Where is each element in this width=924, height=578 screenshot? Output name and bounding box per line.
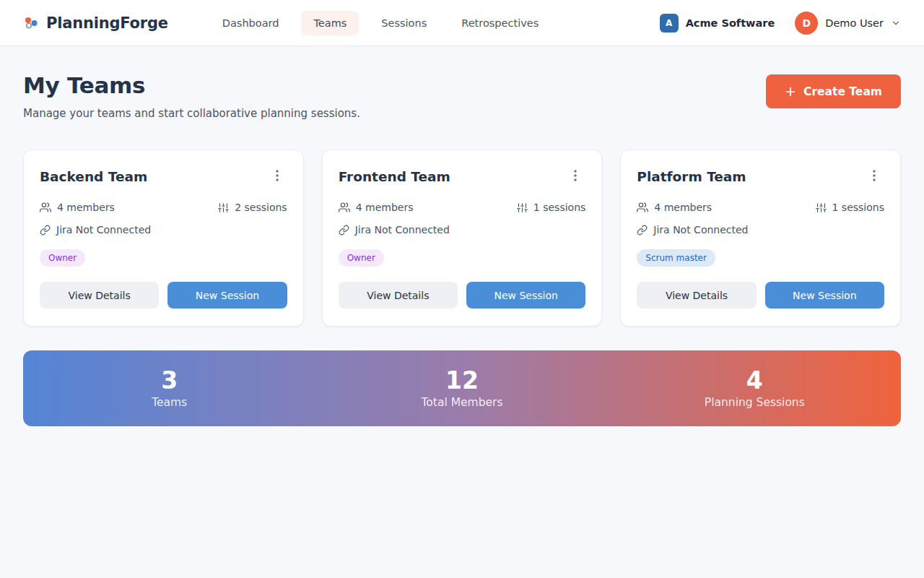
org-name: Acme Software xyxy=(686,17,775,29)
page-subtitle: Manage your teams and start collaborativ… xyxy=(23,107,360,120)
user-avatar: D xyxy=(795,12,818,35)
sliders-icon xyxy=(517,202,528,213)
user-name: Demo User xyxy=(825,17,884,29)
team-name: Platform Team xyxy=(637,166,746,184)
jira-status: Jira Not Connected xyxy=(40,224,151,236)
kebab-menu-icon[interactable] xyxy=(565,166,585,185)
view-details-button[interactable]: View Details xyxy=(40,282,159,309)
header-right: A Acme Software D Demo User xyxy=(660,12,901,35)
nav-item-teams[interactable]: Teams xyxy=(301,11,359,35)
team-name: Frontend Team xyxy=(339,166,450,184)
stat-total-members: 12 Total Members xyxy=(315,368,608,409)
sessions-label: 1 sessions xyxy=(832,202,884,213)
kebab-menu-icon[interactable] xyxy=(864,166,884,185)
jira-status: Jira Not Connected xyxy=(339,224,450,236)
stat-label: Total Members xyxy=(315,396,608,409)
sessions-count: 2 sessions xyxy=(218,202,287,213)
chevron-down-icon xyxy=(891,18,901,28)
create-team-label: Create Team xyxy=(803,85,882,98)
view-details-button[interactable]: View Details xyxy=(637,282,756,309)
members-label: 4 members xyxy=(356,202,414,213)
stat-planning-sessions: 4 Planning Sessions xyxy=(609,368,901,409)
team-card-backend: Backend Team 4 members 2 sessions xyxy=(23,150,304,327)
user-menu[interactable]: D Demo User xyxy=(795,12,901,35)
stat-value: 3 xyxy=(23,368,315,394)
new-session-button[interactable]: New Session xyxy=(765,282,884,309)
members-count: 4 members xyxy=(637,202,712,213)
page-head-text: My Teams Manage your teams and start col… xyxy=(23,72,360,120)
team-cards: Backend Team 4 members 2 sessions xyxy=(23,150,901,327)
new-session-button[interactable]: New Session xyxy=(167,282,287,309)
create-team-button[interactable]: Create Team xyxy=(766,74,901,108)
link-icon xyxy=(40,225,51,236)
members-count: 4 members xyxy=(339,202,414,213)
stat-label: Planning Sessions xyxy=(609,396,901,409)
users-icon xyxy=(339,202,350,213)
link-icon xyxy=(637,225,648,236)
sliders-icon xyxy=(218,202,229,213)
members-label: 4 members xyxy=(654,202,712,213)
stat-value: 12 xyxy=(315,368,608,394)
team-card-platform: Platform Team 4 members 1 sessions xyxy=(620,150,901,327)
members-label: 4 members xyxy=(57,202,115,213)
stat-label: Teams xyxy=(23,396,315,409)
users-icon xyxy=(637,202,648,213)
nav-item-dashboard[interactable]: Dashboard xyxy=(210,11,292,35)
jira-label: Jira Not Connected xyxy=(355,224,450,236)
jira-status: Jira Not Connected xyxy=(637,224,748,236)
sessions-count: 1 sessions xyxy=(816,202,884,213)
top-header: PlanningForge Dashboard Teams Sessions R… xyxy=(0,0,924,46)
main-content: My Teams Manage your teams and start col… xyxy=(12,46,912,426)
nav-item-retrospectives[interactable]: Retrospectives xyxy=(449,11,551,35)
role-badge: Owner xyxy=(339,249,384,267)
kebab-menu-icon[interactable] xyxy=(267,166,287,185)
stats-banner: 3 Teams 12 Total Members 4 Planning Sess… xyxy=(23,350,901,426)
members-count: 4 members xyxy=(40,202,115,213)
stat-value: 4 xyxy=(609,368,901,394)
jira-label: Jira Not Connected xyxy=(653,224,748,236)
brand-name: PlanningForge xyxy=(46,14,168,32)
sliders-icon xyxy=(816,202,827,213)
jira-label: Jira Not Connected xyxy=(56,224,151,236)
view-details-button[interactable]: View Details xyxy=(339,282,458,309)
main-nav: Dashboard Teams Sessions Retrospectives xyxy=(210,11,551,35)
sessions-count: 1 sessions xyxy=(517,202,585,213)
users-icon xyxy=(40,202,51,213)
role-badge: Scrum master xyxy=(637,249,715,267)
page-title: My Teams xyxy=(23,72,360,98)
role-badge: Owner xyxy=(40,249,85,267)
team-card-frontend: Frontend Team 4 members 1 sessions xyxy=(322,150,603,327)
plus-icon xyxy=(785,86,796,98)
sessions-label: 2 sessions xyxy=(235,202,287,213)
org-badge: A Acme Software xyxy=(660,14,775,33)
planningforge-logo-icon xyxy=(23,15,39,31)
link-icon xyxy=(339,225,349,236)
page-head: My Teams Manage your teams and start col… xyxy=(23,72,901,120)
nav-item-sessions[interactable]: Sessions xyxy=(369,11,439,35)
brand-logo[interactable]: PlanningForge xyxy=(23,14,168,32)
new-session-button[interactable]: New Session xyxy=(466,282,585,309)
org-avatar: A xyxy=(660,14,679,33)
stat-teams: 3 Teams xyxy=(23,368,315,409)
team-name: Backend Team xyxy=(40,166,147,184)
sessions-label: 1 sessions xyxy=(533,202,585,213)
